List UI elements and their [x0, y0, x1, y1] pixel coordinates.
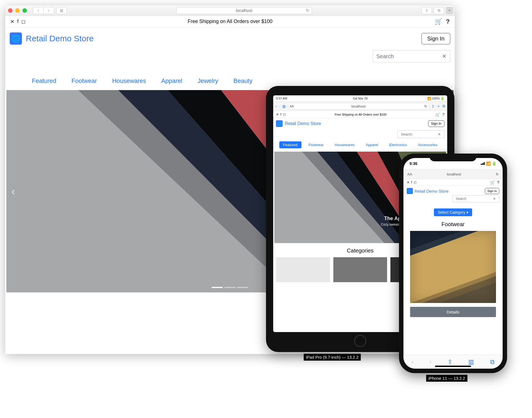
- tablet-search-placeholder: Search: [401, 132, 412, 136]
- phone-brand-logo-icon[interactable]: 🌐: [407, 188, 413, 194]
- search-input[interactable]: Search ✕: [373, 50, 450, 62]
- refresh-icon[interactable]: ↻: [306, 8, 310, 13]
- carousel-indicator[interactable]: [212, 287, 223, 288]
- instagram-icon[interactable]: ◻: [414, 180, 416, 184]
- promo-text: Free Shipping on All Orders over $100: [25, 19, 435, 24]
- phone-sign-in-button[interactable]: Sign In: [485, 188, 499, 194]
- social-icons: ✕ f ◻: [10, 19, 25, 25]
- tablet-status-date: Sat Mar 28: [273, 97, 447, 100]
- cart-icon[interactable]: 🛒: [435, 18, 442, 25]
- tablet-home-button[interactable]: [354, 335, 366, 347]
- brand-title[interactable]: Retail Demo Store: [26, 34, 94, 43]
- twitter-icon[interactable]: ✕: [407, 180, 410, 184]
- promo-bar: ✕ f ◻ Free Shipping on All Orders over $…: [5, 16, 455, 27]
- share-button[interactable]: ⇪: [421, 7, 432, 14]
- nav-apparel[interactable]: Apparel: [161, 77, 182, 85]
- tab-accessories[interactable]: Accessories: [414, 141, 441, 148]
- help-icon[interactable]: ?: [446, 18, 450, 25]
- tablet-status-bar: 9:37 AM Sat Mar 28 📶 100% 🔋: [273, 95, 447, 101]
- phone-forward-icon[interactable]: ›: [429, 358, 431, 366]
- tablet-tabs-icon[interactable]: ⧉: [443, 104, 445, 108]
- tablet-device-label: iPad Pro (9.7-inch) — 13.2.2: [304, 354, 361, 361]
- nav-featured[interactable]: Featured: [32, 77, 56, 85]
- nav-beauty[interactable]: Beauty: [233, 77, 252, 85]
- tablet-address-bar[interactable]: AA localhost ↻: [288, 103, 429, 109]
- cart-icon[interactable]: 🛒: [435, 112, 440, 117]
- tablet-forward-icon[interactable]: ›: [279, 104, 280, 108]
- traffic-light-zoom[interactable]: [22, 8, 27, 13]
- tab-featured[interactable]: Featured: [279, 141, 301, 148]
- phone-bookmarks-icon[interactable]: ▥: [468, 358, 474, 366]
- browser-titlebar: ‹ › ▥ localhost ↻ ⇪ ⧉ ＋: [5, 5, 455, 16]
- tablet-brand-title[interactable]: Retail Demo Store: [285, 121, 321, 126]
- tablet-sidebar-icon[interactable]: ▥: [282, 104, 286, 108]
- tablet-back-icon[interactable]: ‹: [275, 104, 277, 108]
- facebook-icon[interactable]: f: [17, 19, 19, 25]
- traffic-light-minimize[interactable]: [15, 8, 20, 13]
- tablet-newtab-icon[interactable]: ＋: [437, 104, 440, 109]
- nav-jewelry[interactable]: Jewelry: [198, 77, 218, 85]
- help-icon[interactable]: ?: [442, 112, 444, 117]
- tablet-category-nav: Featured Footwear Housewares Apparel Ele…: [273, 139, 447, 151]
- sign-in-button[interactable]: Sign In: [421, 33, 450, 44]
- category-card[interactable]: [333, 257, 387, 282]
- phone-back-icon[interactable]: ‹: [411, 358, 413, 366]
- carousel-prev-button[interactable]: ‹: [6, 185, 20, 198]
- tablet-search-clear-icon[interactable]: ✕: [438, 132, 441, 136]
- phone-refresh-icon[interactable]: ↻: [496, 172, 499, 176]
- tab-electronics[interactable]: Electronics: [385, 141, 411, 148]
- traffic-light-close[interactable]: [8, 8, 12, 13]
- tablet-search-input[interactable]: Search ✕: [397, 130, 444, 138]
- instagram-icon[interactable]: ◻: [283, 113, 286, 116]
- search-clear-icon[interactable]: ✕: [442, 53, 447, 60]
- facebook-icon[interactable]: f: [411, 180, 412, 184]
- tablet-refresh-icon[interactable]: ↻: [424, 104, 427, 108]
- carousel-indicator[interactable]: [237, 287, 248, 288]
- phone-search-input[interactable]: Search ✕: [452, 195, 499, 202]
- cart-icon[interactable]: 🛒: [490, 180, 495, 185]
- phone-device-label: iPhone 11 — 13.2.2: [426, 375, 467, 382]
- phone-status-indicators: 📶 🔋: [481, 161, 497, 166]
- phone-device-frame: 9:36 📶 🔋 AA localhost ↻ ✕ f ◻ 🛒 ?: [399, 154, 507, 373]
- phone-tabs-icon[interactable]: ⧉: [490, 358, 495, 366]
- tab-footwear[interactable]: Footwear: [305, 141, 328, 148]
- carousel-indicator[interactable]: [224, 287, 236, 288]
- product-card: Details: [410, 231, 496, 317]
- phone-brand-title[interactable]: Retail Demo Store: [415, 189, 449, 193]
- tabs-button[interactable]: ⧉: [434, 7, 444, 14]
- twitter-icon[interactable]: ✕: [276, 113, 279, 116]
- tab-housewares[interactable]: Housewares: [331, 141, 359, 148]
- select-category-dropdown[interactable]: Select Category ▾: [434, 208, 472, 216]
- nav-footwear[interactable]: Footwear: [71, 77, 97, 85]
- phone-screen: 9:36 📶 🔋 AA localhost ↻ ✕ f ◻ 🛒 ?: [403, 158, 503, 369]
- tablet-share-icon[interactable]: ⇪: [431, 104, 434, 108]
- category-card[interactable]: [276, 257, 330, 282]
- instagram-icon[interactable]: ◻: [21, 19, 25, 25]
- phone-url-text: localhost: [447, 172, 461, 176]
- sidebar-toggle-button[interactable]: ▥: [56, 7, 67, 14]
- nav-housewares[interactable]: Housewares: [112, 77, 146, 85]
- phone-category-title: Footwear: [403, 218, 503, 231]
- details-button[interactable]: Details: [410, 307, 496, 317]
- phone-share-icon[interactable]: ⇪: [447, 358, 452, 366]
- new-tab-button[interactable]: ＋: [446, 7, 453, 14]
- phone-search-placeholder: Search: [456, 197, 466, 201]
- tab-apparel[interactable]: Apparel: [362, 141, 382, 148]
- address-bar[interactable]: localhost ↻: [176, 7, 312, 14]
- phone-search-clear-icon[interactable]: ✕: [493, 197, 496, 201]
- help-icon[interactable]: ?: [497, 180, 499, 185]
- brand-logo-icon[interactable]: 🌐: [10, 32, 22, 45]
- phone-status-time: 9:36: [410, 161, 417, 166]
- reader-aa-icon[interactable]: AA: [290, 105, 294, 108]
- twitter-icon[interactable]: ✕: [10, 19, 14, 25]
- nav-forward-button[interactable]: ›: [44, 7, 54, 14]
- tablet-sign-in-button[interactable]: Sign In: [428, 120, 444, 127]
- facebook-icon[interactable]: f: [280, 113, 281, 116]
- nav-back-button[interactable]: ‹: [33, 7, 44, 14]
- tablet-brand-logo-icon[interactable]: 🌐: [276, 120, 283, 127]
- tablet-url-bar: ‹ › ▥ AA localhost ↻ ⇪ ＋ ⧉: [273, 101, 447, 111]
- carousel-indicators: [212, 287, 248, 288]
- phone-aa-icon[interactable]: AA: [407, 172, 412, 176]
- product-image[interactable]: [410, 231, 496, 303]
- phone-home-indicator[interactable]: [435, 366, 471, 367]
